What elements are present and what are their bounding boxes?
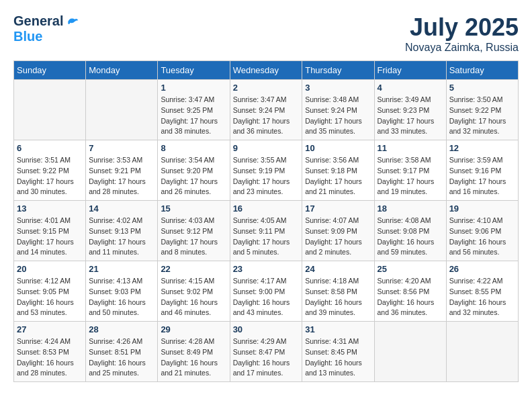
calendar-cell: 22Sunrise: 4:15 AMSunset: 9:02 PMDayligh…: [158, 261, 230, 322]
day-number: 24: [305, 264, 371, 274]
day-info: Sunrise: 4:26 AMSunset: 8:51 PMDaylight:…: [89, 336, 154, 379]
day-number: 31: [305, 324, 371, 334]
calendar-cell: 23Sunrise: 4:17 AMSunset: 9:00 PMDayligh…: [230, 261, 302, 322]
day-number: 21: [89, 264, 154, 274]
calendar-cell: 13Sunrise: 4:01 AMSunset: 9:15 PMDayligh…: [14, 201, 86, 261]
day-number: 3: [305, 83, 371, 93]
header-friday: Friday: [374, 61, 446, 80]
day-number: 4: [378, 83, 443, 93]
day-info: Sunrise: 3:50 AMSunset: 9:22 PMDaylight:…: [449, 95, 515, 137]
day-number: 13: [17, 203, 83, 214]
day-info: Sunrise: 3:54 AMSunset: 9:20 PMDaylight:…: [161, 155, 226, 197]
day-number: 6: [17, 143, 83, 153]
calendar-cell: 17Sunrise: 4:07 AMSunset: 9:09 PMDayligh…: [302, 201, 374, 261]
header-wednesday: Wednesday: [230, 61, 302, 80]
calendar-cell: 21Sunrise: 4:13 AMSunset: 9:03 PMDayligh…: [86, 261, 158, 322]
day-info: Sunrise: 4:24 AMSunset: 8:53 PMDaylight:…: [17, 336, 83, 379]
calendar-cell: [446, 322, 518, 382]
calendar-cell: 8Sunrise: 3:54 AMSunset: 9:20 PMDaylight…: [158, 140, 230, 201]
day-info: Sunrise: 3:56 AMSunset: 9:18 PMDaylight:…: [305, 155, 371, 197]
day-info: Sunrise: 4:22 AMSunset: 8:55 PMDaylight:…: [449, 276, 515, 318]
day-number: 25: [378, 264, 443, 274]
calendar-cell: 11Sunrise: 3:58 AMSunset: 9:17 PMDayligh…: [374, 140, 446, 201]
day-number: 23: [233, 264, 300, 274]
day-number: 26: [449, 264, 515, 274]
day-number: 14: [89, 203, 154, 214]
day-info: Sunrise: 3:51 AMSunset: 9:22 PMDaylight:…: [17, 155, 83, 197]
day-number: 20: [17, 264, 83, 274]
day-info: Sunrise: 4:03 AMSunset: 9:12 PMDaylight:…: [161, 216, 226, 258]
calendar-cell: [374, 322, 446, 382]
day-info: Sunrise: 4:29 AMSunset: 8:47 PMDaylight:…: [233, 336, 300, 379]
calendar-week-row: 13Sunrise: 4:01 AMSunset: 9:15 PMDayligh…: [14, 201, 519, 261]
page-header: General Blue July 2025 Novaya Zaimka, Ru…: [13, 13, 519, 54]
title-block: July 2025 Novaya Zaimka, Russia: [405, 13, 519, 54]
calendar-cell: 30Sunrise: 4:29 AMSunset: 8:47 PMDayligh…: [230, 322, 302, 382]
logo-general: General: [13, 13, 63, 29]
day-info: Sunrise: 4:08 AMSunset: 9:08 PMDaylight:…: [378, 216, 443, 258]
calendar-cell: 31Sunrise: 4:31 AMSunset: 8:45 PMDayligh…: [302, 322, 374, 382]
day-number: 18: [378, 203, 443, 214]
day-info: Sunrise: 4:28 AMSunset: 8:49 PMDaylight:…: [161, 336, 226, 379]
day-number: 12: [449, 143, 515, 153]
day-number: 28: [89, 324, 154, 334]
day-number: 15: [161, 203, 226, 214]
calendar-cell: 26Sunrise: 4:22 AMSunset: 8:55 PMDayligh…: [446, 261, 518, 322]
header-saturday: Saturday: [446, 61, 518, 80]
calendar-cell: 24Sunrise: 4:18 AMSunset: 8:58 PMDayligh…: [302, 261, 374, 322]
day-number: 17: [305, 203, 371, 214]
day-info: Sunrise: 3:59 AMSunset: 9:16 PMDaylight:…: [449, 155, 515, 197]
day-info: Sunrise: 3:53 AMSunset: 9:21 PMDaylight:…: [89, 155, 154, 197]
header-thursday: Thursday: [302, 61, 374, 80]
day-number: 27: [17, 324, 83, 334]
calendar-cell: 10Sunrise: 3:56 AMSunset: 9:18 PMDayligh…: [302, 140, 374, 201]
calendar-cell: [86, 80, 158, 140]
day-info: Sunrise: 4:07 AMSunset: 9:09 PMDaylight:…: [305, 216, 371, 258]
header-sunday: Sunday: [14, 61, 86, 80]
day-info: Sunrise: 4:10 AMSunset: 9:06 PMDaylight:…: [449, 216, 515, 258]
day-info: Sunrise: 4:17 AMSunset: 9:00 PMDaylight:…: [233, 276, 300, 318]
day-number: 8: [161, 143, 226, 153]
calendar-table: Sunday Monday Tuesday Wednesday Thursday…: [13, 60, 519, 382]
calendar-cell: 27Sunrise: 4:24 AMSunset: 8:53 PMDayligh…: [14, 322, 86, 382]
day-number: 29: [161, 324, 226, 334]
calendar-cell: 3Sunrise: 3:48 AMSunset: 9:24 PMDaylight…: [302, 80, 374, 140]
day-number: 1: [161, 83, 226, 93]
calendar-week-row: 1Sunrise: 3:47 AMSunset: 9:25 PMDaylight…: [14, 80, 519, 140]
day-number: 22: [161, 264, 226, 274]
day-info: Sunrise: 3:55 AMSunset: 9:19 PMDaylight:…: [233, 155, 300, 197]
day-number: 10: [305, 143, 371, 153]
logo: General Blue: [13, 13, 79, 44]
calendar-cell: 7Sunrise: 3:53 AMSunset: 9:21 PMDaylight…: [86, 140, 158, 201]
calendar-cell: 12Sunrise: 3:59 AMSunset: 9:16 PMDayligh…: [446, 140, 518, 201]
day-info: Sunrise: 4:18 AMSunset: 8:58 PMDaylight:…: [305, 276, 371, 318]
day-number: 19: [449, 203, 515, 214]
calendar-cell: [14, 80, 86, 140]
calendar-cell: 2Sunrise: 3:47 AMSunset: 9:24 PMDaylight…: [230, 80, 302, 140]
calendar-cell: 18Sunrise: 4:08 AMSunset: 9:08 PMDayligh…: [374, 201, 446, 261]
day-info: Sunrise: 4:20 AMSunset: 8:56 PMDaylight:…: [378, 276, 443, 318]
calendar-cell: 25Sunrise: 4:20 AMSunset: 8:56 PMDayligh…: [374, 261, 446, 322]
calendar-cell: 14Sunrise: 4:02 AMSunset: 9:13 PMDayligh…: [86, 201, 158, 261]
day-number: 5: [449, 83, 515, 93]
calendar-header-row: Sunday Monday Tuesday Wednesday Thursday…: [14, 61, 519, 80]
calendar-cell: 6Sunrise: 3:51 AMSunset: 9:22 PMDaylight…: [14, 140, 86, 201]
logo-blue: Blue: [13, 29, 42, 44]
day-info: Sunrise: 4:13 AMSunset: 9:03 PMDaylight:…: [89, 276, 154, 318]
calendar-cell: 4Sunrise: 3:49 AMSunset: 9:23 PMDaylight…: [374, 80, 446, 140]
location-subtitle: Novaya Zaimka, Russia: [405, 42, 519, 54]
day-info: Sunrise: 3:48 AMSunset: 9:24 PMDaylight:…: [305, 95, 371, 137]
day-number: 30: [233, 324, 300, 334]
logo-bird-icon: [66, 15, 79, 28]
day-number: 2: [233, 83, 300, 93]
day-number: 16: [233, 203, 300, 214]
calendar-week-row: 20Sunrise: 4:12 AMSunset: 9:05 PMDayligh…: [14, 261, 519, 322]
day-info: Sunrise: 3:58 AMSunset: 9:17 PMDaylight:…: [378, 155, 443, 197]
calendar-cell: 19Sunrise: 4:10 AMSunset: 9:06 PMDayligh…: [446, 201, 518, 261]
calendar-cell: 9Sunrise: 3:55 AMSunset: 9:19 PMDaylight…: [230, 140, 302, 201]
day-info: Sunrise: 3:47 AMSunset: 9:25 PMDaylight:…: [161, 95, 226, 137]
day-info: Sunrise: 4:05 AMSunset: 9:11 PMDaylight:…: [233, 216, 300, 258]
day-number: 9: [233, 143, 300, 153]
day-number: 7: [89, 143, 154, 153]
calendar-cell: 15Sunrise: 4:03 AMSunset: 9:12 PMDayligh…: [158, 201, 230, 261]
